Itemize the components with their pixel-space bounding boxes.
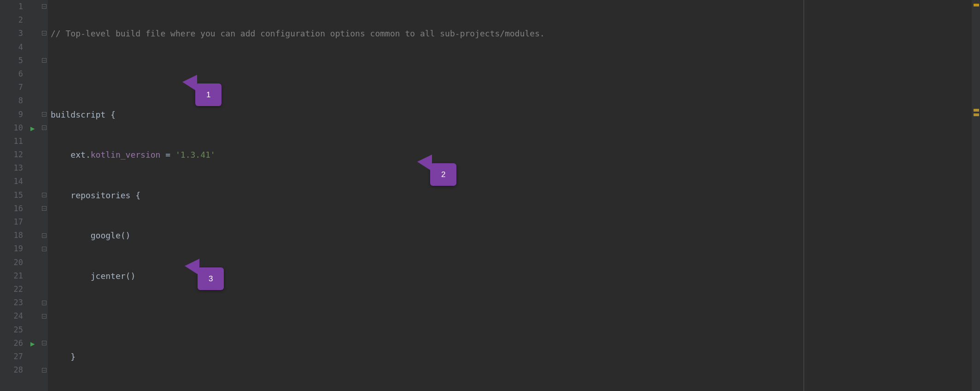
line-number: 24 [0, 309, 23, 323]
annotation-callout-1: 1 [195, 83, 222, 106]
line-number: 20 [0, 256, 23, 269]
annotation-callout-2: 2 [430, 163, 456, 186]
line-number-gutter: 1 2 3 4 5 6 7 8 9 10 11 12 13 14 15 16 1… [0, 0, 28, 391]
line-number: 3 [0, 27, 23, 40]
line-number: 16 [0, 202, 23, 215]
fold-gutter: – – – – – – – – – – – – – [41, 0, 48, 391]
fold-toggle-icon[interactable]: – [42, 247, 47, 251]
line-number: 4 [0, 41, 23, 54]
fold-toggle-icon[interactable]: – [42, 4, 47, 9]
error-stripe[interactable] [972, 0, 980, 391]
fold-toggle-icon[interactable]: – [42, 233, 47, 238]
line-number: 10 [0, 121, 23, 135]
fold-toggle-icon[interactable]: – [42, 301, 47, 305]
line-number: 27 [0, 350, 23, 363]
line-number: 28 [0, 363, 23, 377]
fold-toggle-icon[interactable]: – [42, 125, 47, 130]
line-number: 17 [0, 215, 23, 229]
line-number: 14 [0, 175, 23, 188]
fold-toggle-icon[interactable]: – [42, 206, 47, 211]
usage-marker[interactable] [974, 109, 979, 112]
line-number: 15 [0, 189, 23, 202]
code-token: buildscript [51, 110, 105, 119]
line-number: 11 [0, 135, 23, 148]
fold-toggle-icon[interactable]: – [42, 31, 47, 36]
run-icon[interactable]: ▶ [30, 124, 35, 133]
line-number: 25 [0, 323, 23, 337]
line-number: 12 [0, 148, 23, 161]
code-comment: // Top-level build file where you can ad… [51, 29, 545, 38]
annotation-callout-3: 3 [198, 267, 224, 290]
line-number: 2 [0, 13, 23, 27]
line-number: 5 [0, 54, 23, 67]
run-gutter: ▶ ▶ [28, 0, 41, 391]
fold-toggle-icon[interactable]: – [42, 341, 47, 345]
code-area[interactable]: // Top-level build file where you can ad… [48, 0, 980, 391]
fold-toggle-icon[interactable]: – [42, 112, 47, 117]
line-number: 1 [0, 0, 23, 13]
warning-marker[interactable] [974, 4, 979, 6]
line-number: 13 [0, 161, 23, 175]
line-number: 6 [0, 67, 23, 81]
fold-toggle-icon[interactable]: – [42, 193, 47, 197]
line-number: 7 [0, 81, 23, 94]
line-number: 26 [0, 337, 23, 350]
fold-toggle-icon[interactable]: – [42, 314, 47, 319]
line-number: 18 [0, 229, 23, 242]
line-number: 21 [0, 269, 23, 283]
usage-marker[interactable] [974, 113, 979, 116]
fold-toggle-icon[interactable]: – [42, 368, 47, 373]
fold-toggle-icon[interactable]: – [42, 58, 47, 63]
line-number: 23 [0, 296, 23, 309]
right-margin-line [804, 0, 804, 391]
code-editor: 1 2 3 4 5 6 7 8 9 10 11 12 13 14 15 16 1… [0, 0, 980, 391]
line-number: 19 [0, 242, 23, 255]
line-number: 8 [0, 94, 23, 107]
run-icon[interactable]: ▶ [30, 339, 35, 348]
line-number: 22 [0, 283, 23, 296]
line-number: 9 [0, 108, 23, 121]
